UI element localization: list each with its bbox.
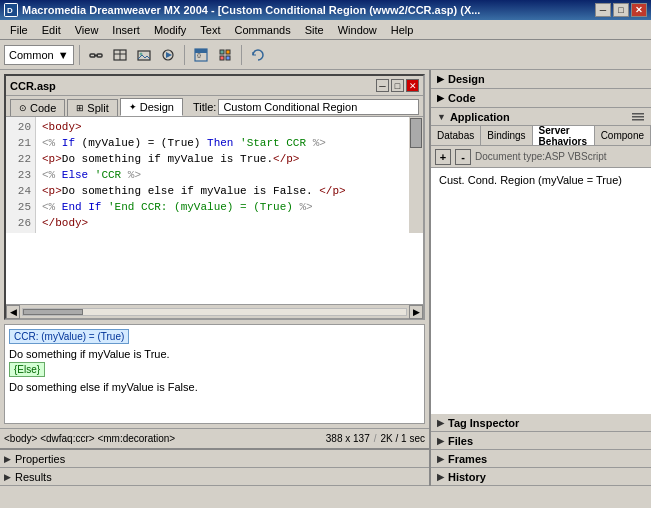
add-behavior-button[interactable]: + [435,149,451,165]
doc-type-label: Document type:ASP VBScript [475,151,607,162]
template-button[interactable]: {} [190,44,212,66]
tag-inspector-section[interactable]: ▶ Tag Inspector [431,414,651,432]
maximize-button[interactable]: □ [613,3,629,17]
svg-text:{}: {} [197,52,201,58]
image-button[interactable] [133,44,155,66]
title-bar: D Macromedia Dreamweaver MX 2004 - [Cust… [0,0,651,20]
code-line-24: <p>Do something else if myValue is False… [42,183,403,199]
ccr-tag: CCR: (myValue) = (True) [9,329,129,344]
tab-components[interactable]: Compone [595,126,651,145]
preview-area: CCR: (myValue) = (True) Do something if … [4,324,425,424]
status-bar: <body> <dwfaq:ccr> <mm:decoration> 388 x… [0,428,429,448]
design-label: Design [448,73,485,85]
minimize-button[interactable]: ─ [595,3,611,17]
history-section[interactable]: ▶ History [431,468,651,486]
menu-help[interactable]: Help [385,22,420,38]
menu-site[interactable]: Site [299,22,330,38]
files-arrow-icon: ▶ [437,436,444,446]
tab-design[interactable]: ✦ Design [120,98,183,116]
code-line-22: <p>Do something if myValue is True.</p> [42,151,403,167]
tab-split-label: Split [87,102,108,114]
frames-section[interactable]: ▶ Frames [431,450,651,468]
menu-edit[interactable]: Edit [36,22,67,38]
design-header[interactable]: ▶ Design [431,70,651,88]
scroll-right-btn[interactable]: ▶ [409,305,423,319]
menu-text[interactable]: Text [194,22,226,38]
design-arrow-icon: ▶ [437,74,444,84]
remove-behavior-button[interactable]: - [455,149,471,165]
menu-commands[interactable]: Commands [228,22,296,38]
scrollbar-thumb [410,118,422,148]
frames-label: Frames [448,453,487,465]
tab-code-label: Code [30,102,56,114]
tab-code[interactable]: ⊙ Code [10,99,65,116]
history-arrow-icon: ▶ [437,472,444,482]
code-line-26: </body> [42,215,403,231]
menu-view[interactable]: View [69,22,105,38]
tab-server-behaviors[interactable]: Server Behaviors [533,126,595,145]
dropdown-label: Common [9,49,54,61]
files-section[interactable]: ▶ Files [431,432,651,450]
svg-rect-21 [632,119,644,121]
menu-insert[interactable]: Insert [106,22,146,38]
results-arrow-icon: ▶ [4,472,11,482]
media-button[interactable] [157,44,179,66]
title-label: Title: [193,101,216,113]
close-button[interactable]: ✕ [631,3,647,17]
code-section-arrow-icon: ▶ [437,93,444,103]
editor-close-btn[interactable]: ✕ [406,79,419,92]
editor-minimize-btn[interactable]: ─ [376,79,389,92]
scroll-track [22,308,407,316]
editor-maximize-btn[interactable]: □ [391,79,404,92]
title-input[interactable] [218,99,419,115]
tab-bindings[interactable]: Bindings [481,126,532,145]
tab-design-label: Design [140,101,174,113]
path-indicator: <body> <dwfaq:ccr> <mm:decoration> [4,433,175,444]
svg-text:D: D [7,6,13,15]
code-lines: <body> <% If (myValue) = (True) Then 'St… [36,117,409,233]
code-line-20: <body> [42,119,403,135]
refresh-button[interactable] [247,44,269,66]
toolbar-separator [79,45,80,65]
svg-rect-16 [226,50,230,54]
code-section: ▶ Code [431,89,651,108]
results-panel[interactable]: ▶ Results [0,468,429,486]
svg-rect-17 [220,56,224,60]
main-toolbar: Common ▼ {} [0,40,651,70]
panel-menu-icon[interactable] [631,110,645,124]
menu-window[interactable]: Window [332,22,383,38]
svg-rect-20 [632,116,644,118]
insert-category-dropdown[interactable]: Common ▼ [4,45,74,65]
tag-inspector-arrow-icon: ▶ [437,418,444,428]
code-header[interactable]: ▶ Code [431,89,651,107]
editor-filename: CCR.asp [10,80,56,92]
menu-file[interactable]: File [4,22,34,38]
hyperlink-button[interactable] [85,44,107,66]
app-expand-icon: ▼ [437,112,446,122]
horizontal-scrollbar[interactable]: ◀ ▶ [6,304,423,318]
preview-line2: Do something else if myValue is False. [9,381,420,393]
widget-button[interactable] [214,44,236,66]
behavior-item[interactable]: Cust. Cond. Region (myValue = True) [435,172,647,188]
chevron-down-icon: ▼ [58,49,69,61]
application-section: ▼ Application Databas Bindings Server Be… [431,108,651,414]
design-section: ▶ Design [431,70,651,89]
scroll-thumb [23,309,83,315]
right-panel: ▶ Design ▶ Code ▼ Application [431,70,651,486]
tab-databases[interactable]: Databas [431,126,481,145]
svg-rect-18 [226,56,230,60]
editor-titlebar: CCR.asp ─ □ ✕ [6,76,423,96]
code-editor[interactable]: 20 21 22 23 24 25 26 <body> <% If (myVal… [6,117,423,304]
properties-panel[interactable]: ▶ Properties [0,450,429,468]
svg-marker-11 [166,52,172,58]
toolbar-sep2 [184,45,185,65]
app-content: Cust. Cond. Region (myValue = True) [431,168,651,414]
properties-label: Properties [15,453,65,465]
menu-modify[interactable]: Modify [148,22,192,38]
dimensions-indicator: 388 x 137 [326,433,370,444]
code-icon: ⊙ [19,103,27,113]
tab-split[interactable]: ⊞ Split [67,99,117,116]
table-button[interactable] [109,44,131,66]
scroll-left-btn[interactable]: ◀ [6,305,20,319]
code-scrollbar[interactable] [409,117,423,233]
